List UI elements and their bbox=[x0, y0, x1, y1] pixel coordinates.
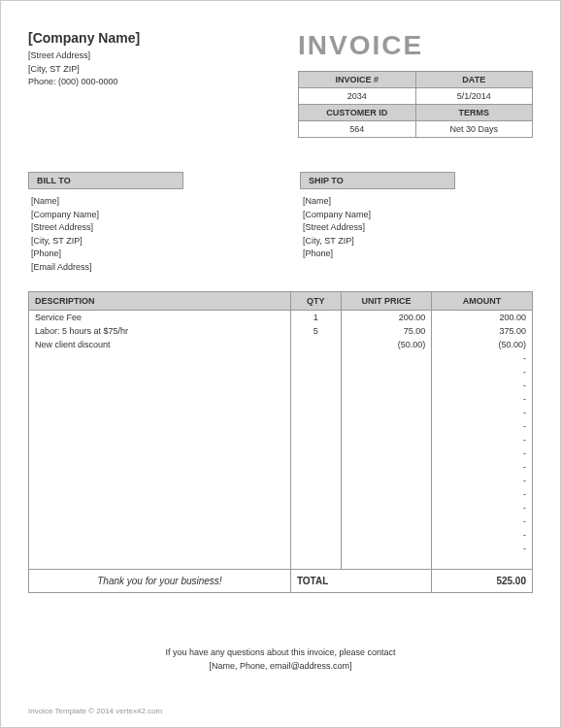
line-item: - bbox=[29, 351, 533, 365]
line-item: - bbox=[29, 365, 533, 379]
ship-to-company: [Company Name] bbox=[303, 209, 533, 222]
line-item: - bbox=[29, 528, 533, 542]
bill-to-city: [City, ST ZIP] bbox=[31, 235, 261, 248]
line-item: - bbox=[29, 542, 533, 555]
total-value: 525.00 bbox=[432, 570, 533, 593]
col-qty: QTY bbox=[290, 292, 341, 311]
invoice-title: INVOICE bbox=[298, 30, 533, 61]
company-city: [City, ST ZIP] bbox=[28, 63, 298, 77]
line-item: - bbox=[29, 460, 533, 474]
col-amount: AMOUNT bbox=[432, 292, 533, 311]
line-item: - bbox=[29, 419, 533, 433]
bill-to-street: [Street Address] bbox=[31, 221, 261, 235]
bill-to-block: BILL TO [Name] [Company Name] [Street Ad… bbox=[28, 172, 261, 274]
ship-to-header: SHIP TO bbox=[300, 172, 455, 189]
date-label: DATE bbox=[415, 72, 533, 88]
invoice-no-value: 2034 bbox=[299, 88, 416, 105]
line-item: Labor: 5 hours at $75/hr 5 75.00 375.00 bbox=[29, 324, 533, 338]
footer-line1: If you have any questions about this inv… bbox=[28, 646, 533, 660]
col-unit-price: UNIT PRICE bbox=[341, 292, 431, 311]
line-item: Service Fee 1 200.00 200.00 bbox=[29, 311, 533, 325]
line-item: - bbox=[29, 433, 533, 447]
date-value: 5/1/2014 bbox=[415, 88, 533, 105]
line-item: - bbox=[29, 487, 533, 501]
customer-id-label: CUSTOMER ID bbox=[299, 105, 416, 121]
thank-you-text: Thank you for your business! bbox=[29, 570, 291, 593]
company-name: [Company Name] bbox=[28, 30, 298, 46]
copyright: Invoice Template © 2014 vertex42.com bbox=[28, 707, 162, 715]
customer-id-value: 564 bbox=[299, 121, 416, 138]
ship-to-block: SHIP TO [Name] [Company Name] [Street Ad… bbox=[300, 172, 533, 274]
line-item: - bbox=[29, 514, 533, 528]
total-row: Thank you for your business! TOTAL 525.0… bbox=[29, 570, 533, 593]
terms-label: TERMS bbox=[415, 105, 533, 121]
invoice-meta-table: INVOICE # DATE 2034 5/1/2014 CUSTOMER ID… bbox=[298, 71, 533, 138]
line-item: New client discount (50.00) (50.00) bbox=[29, 338, 533, 351]
terms-value: Net 30 Days bbox=[415, 121, 533, 138]
invoice-no-label: INVOICE # bbox=[299, 72, 416, 88]
company-block: [Company Name] [Street Address] [City, S… bbox=[28, 30, 298, 89]
bill-to-phone: [Phone] bbox=[31, 248, 261, 261]
line-item: - bbox=[29, 392, 533, 406]
line-item bbox=[29, 555, 533, 570]
line-items-table: DESCRIPTION QTY UNIT PRICE AMOUNT Servic… bbox=[28, 291, 533, 593]
total-label: TOTAL bbox=[290, 570, 431, 593]
ship-to-name: [Name] bbox=[303, 195, 533, 209]
company-phone: Phone: (000) 000-0000 bbox=[28, 76, 298, 89]
company-street: [Street Address] bbox=[28, 50, 298, 63]
footer-line2: [Name, Phone, email@address.com] bbox=[28, 660, 533, 674]
bill-to-header: BILL TO bbox=[28, 172, 183, 189]
col-description: DESCRIPTION bbox=[29, 292, 291, 311]
line-item: - bbox=[29, 379, 533, 392]
line-item: - bbox=[29, 447, 533, 460]
line-item: - bbox=[29, 406, 533, 419]
bill-to-email: [Email Address] bbox=[31, 261, 261, 275]
bill-to-company: [Company Name] bbox=[31, 209, 261, 222]
line-item: - bbox=[29, 501, 533, 514]
ship-to-street: [Street Address] bbox=[303, 221, 533, 235]
footer-note: If you have any questions about this inv… bbox=[28, 646, 533, 673]
bill-to-name: [Name] bbox=[31, 195, 261, 209]
ship-to-phone: [Phone] bbox=[303, 248, 533, 261]
ship-to-city: [City, ST ZIP] bbox=[303, 235, 533, 248]
line-item: - bbox=[29, 474, 533, 487]
